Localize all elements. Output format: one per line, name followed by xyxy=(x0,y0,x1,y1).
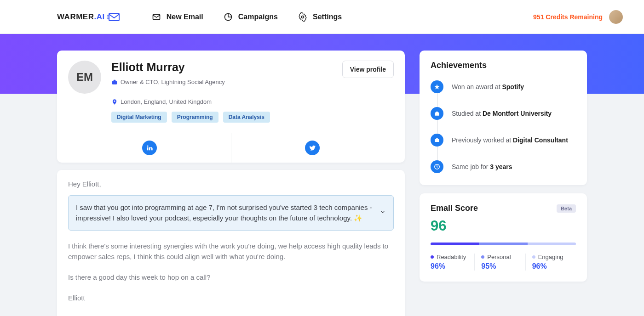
profile-info: Elliott Murray Owner & CTO, Lightning So… xyxy=(111,61,332,123)
timeline-line xyxy=(437,87,437,167)
credits-remaining[interactable]: 951 Credits Remaining xyxy=(533,13,603,21)
twitter-link[interactable] xyxy=(231,133,394,163)
tag[interactable]: Digital Marketing xyxy=(111,112,167,123)
svg-rect-0 xyxy=(109,13,119,21)
brand-logo[interactable]: WARMER.AI xyxy=(57,12,120,22)
svg-point-2 xyxy=(301,16,304,18)
achievements-list: Won an award at Spotify Studied at De Mo… xyxy=(431,80,576,173)
profile-role-text: Owner & CTO, Lightning Social Agency xyxy=(121,79,225,85)
metric-readability: Readability 96% xyxy=(431,254,474,271)
primary-nav: New Email Campaigns Settings xyxy=(152,12,342,22)
header-right: 951 Credits Remaining xyxy=(533,10,623,24)
metric-engaging: Engaging 96% xyxy=(525,254,576,271)
nav-campaigns-label: Campaigns xyxy=(238,13,278,21)
score-bar-seg xyxy=(431,243,479,245)
gear-icon xyxy=(298,12,307,22)
email-highlight-box[interactable]: I saw that you got into programming at a… xyxy=(68,195,394,231)
mail-icon xyxy=(152,12,161,22)
brand-name: WARMER xyxy=(57,12,94,22)
view-profile-button[interactable]: View profile xyxy=(342,61,394,78)
briefcase-icon xyxy=(431,134,443,147)
achievements-card: Achievements Won an award at Spotify Stu… xyxy=(420,51,587,185)
score-value: 96 xyxy=(431,218,576,234)
metric-dot xyxy=(532,255,535,259)
top-header: WARMER.AI New Email Campaigns Settings 9… xyxy=(0,0,644,34)
email-paragraph: I think there's some interesting synergi… xyxy=(68,241,394,262)
brand-suffix: .AI xyxy=(94,12,104,22)
score-metrics: Readability 96% Personal 95% Engaging 96… xyxy=(431,254,576,271)
achievement-text: Same job for 3 years xyxy=(452,163,512,170)
star-icon xyxy=(431,80,443,93)
profile-location: London, England, United Kingdom xyxy=(111,98,212,105)
profile-avatar: EM xyxy=(68,61,101,94)
metric-value: 96% xyxy=(532,262,576,271)
email-greeting: Hey Elliott, xyxy=(68,180,394,188)
profile-location-text: London, England, United Kingdom xyxy=(121,98,212,105)
nav-campaigns[interactable]: Campaigns xyxy=(224,12,278,22)
profile-header: EM Elliott Murray Owner & CTO, Lightning… xyxy=(68,61,394,123)
clock-icon xyxy=(431,160,443,173)
score-title: Email Score xyxy=(431,203,478,213)
score-bar xyxy=(431,243,576,245)
email-score-card: Email Score Beta 96 Readability 96% Pers… xyxy=(420,193,587,282)
score-bar-seg xyxy=(479,243,527,245)
education-icon xyxy=(431,107,443,120)
metric-label: Readability xyxy=(431,254,474,260)
metric-label: Engaging xyxy=(532,254,576,260)
linkedin-link[interactable] xyxy=(68,133,231,163)
location-icon xyxy=(111,99,118,105)
metric-value: 96% xyxy=(431,262,474,271)
twitter-icon xyxy=(305,141,320,155)
social-links xyxy=(68,133,394,163)
metric-label: Personal xyxy=(481,254,525,260)
achievement-item: Same job for 3 years xyxy=(431,160,576,173)
svg-rect-3 xyxy=(112,81,117,84)
linkedin-icon xyxy=(142,141,157,155)
profile-tags: Digital Marketing Programming Data Analy… xyxy=(111,112,332,123)
metric-dot xyxy=(481,255,484,259)
chevron-down-icon xyxy=(380,208,386,218)
metric-dot xyxy=(431,255,434,259)
nav-new-email-label: New Email xyxy=(167,13,203,21)
main-column: EM Elliott Murray Owner & CTO, Lightning… xyxy=(57,51,405,316)
achievement-text: Studied at De Montfort University xyxy=(452,110,552,117)
score-header: Email Score Beta xyxy=(431,203,576,213)
content-area: EM Elliott Murray Owner & CTO, Lightning… xyxy=(0,34,644,316)
pie-chart-icon xyxy=(224,12,233,22)
achievement-text: Previously worked at Digital Consultant xyxy=(452,136,568,144)
nav-new-email[interactable]: New Email xyxy=(152,12,203,22)
profile-meta: Owner & CTO, Lightning Social Agency Lon… xyxy=(111,79,332,105)
metric-value: 95% xyxy=(481,262,525,271)
svg-point-4 xyxy=(114,100,115,102)
sidebar-column: Achievements Won an award at Spotify Stu… xyxy=(420,51,587,316)
metric-personal: Personal 95% xyxy=(474,254,525,271)
profile-card: EM Elliott Murray Owner & CTO, Lightning… xyxy=(57,51,405,163)
svg-rect-5 xyxy=(435,113,439,113)
email-signoff: Elliott xyxy=(68,293,394,303)
nav-settings[interactable]: Settings xyxy=(298,12,342,22)
profile-name: Elliott Murray xyxy=(111,61,332,74)
achievement-item: Studied at De Montfort University xyxy=(431,107,576,120)
email-card: Hey Elliott, I saw that you got into pro… xyxy=(57,170,405,316)
user-avatar[interactable] xyxy=(609,10,623,24)
tag[interactable]: Programming xyxy=(172,112,218,123)
score-bar-seg xyxy=(528,243,576,245)
tag[interactable]: Data Analysis xyxy=(223,112,270,123)
email-body: I think there's some interesting synergi… xyxy=(68,241,394,304)
envelope-icon xyxy=(107,12,120,22)
nav-settings-label: Settings xyxy=(313,13,342,21)
achievements-title: Achievements xyxy=(431,61,576,70)
briefcase-icon xyxy=(111,79,118,85)
achievement-item: Previously worked at Digital Consultant xyxy=(431,134,576,147)
achievement-item: Won an award at Spotify xyxy=(431,80,576,93)
email-highlight-text: I saw that you got into programming at a… xyxy=(76,203,372,222)
achievement-text: Won an award at Spotify xyxy=(452,83,524,90)
email-paragraph: Is there a good day this week to hop on … xyxy=(68,272,394,282)
profile-role: Owner & CTO, Lightning Social Agency xyxy=(111,79,225,85)
beta-badge: Beta xyxy=(557,204,576,213)
svg-rect-6 xyxy=(435,139,439,142)
